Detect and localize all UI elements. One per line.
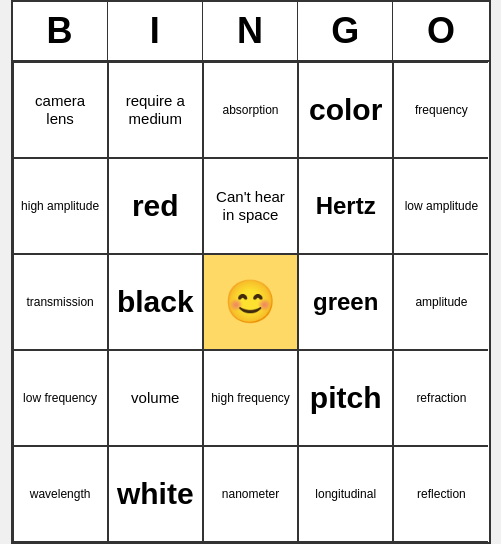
bingo-cell-21: white <box>108 446 203 542</box>
bingo-cell-24: reflection <box>393 446 488 542</box>
bingo-cell-11: black <box>108 254 203 350</box>
bingo-cell-18: pitch <box>298 350 393 446</box>
bingo-cell-19: refraction <box>393 350 488 446</box>
bingo-cell-22: nanometer <box>203 446 298 542</box>
bingo-cell-3: color <box>298 62 393 158</box>
header-letter-i: I <box>108 2 203 60</box>
header-letter-o: O <box>393 2 488 60</box>
bingo-cell-0: camera lens <box>13 62 108 158</box>
bingo-card: BINGO camera lensrequire a mediumabsorpt… <box>11 0 491 544</box>
bingo-cell-7: Can't hear in space <box>203 158 298 254</box>
bingo-cell-14: amplitude <box>393 254 488 350</box>
bingo-header: BINGO <box>13 2 489 62</box>
bingo-grid: camera lensrequire a mediumabsorptioncol… <box>13 62 489 542</box>
bingo-cell-10: transmission <box>13 254 108 350</box>
bingo-cell-1: require a medium <box>108 62 203 158</box>
header-letter-n: N <box>203 2 298 60</box>
bingo-cell-13: green <box>298 254 393 350</box>
bingo-cell-5: high amplitude <box>13 158 108 254</box>
header-letter-g: G <box>298 2 393 60</box>
header-letter-b: B <box>13 2 108 60</box>
bingo-cell-16: volume <box>108 350 203 446</box>
bingo-cell-4: frequency <box>393 62 488 158</box>
bingo-cell-12: 😊 <box>203 254 298 350</box>
bingo-cell-8: Hertz <box>298 158 393 254</box>
bingo-cell-9: low amplitude <box>393 158 488 254</box>
bingo-cell-17: high frequency <box>203 350 298 446</box>
bingo-cell-15: low frequency <box>13 350 108 446</box>
bingo-cell-6: red <box>108 158 203 254</box>
bingo-cell-2: absorption <box>203 62 298 158</box>
bingo-cell-20: wavelength <box>13 446 108 542</box>
bingo-cell-23: longitudinal <box>298 446 393 542</box>
